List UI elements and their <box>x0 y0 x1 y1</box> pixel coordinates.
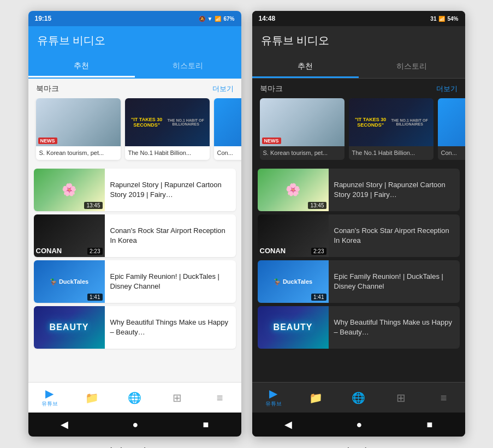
dark-status-icons: 31 📶 54% <box>430 16 458 22</box>
light-tabs: 추천 히스토리 <box>28 55 241 79</box>
light-duration-1: 2:23 <box>87 248 102 255</box>
light-bottom-nav: ▶ 유튜브 📁 🌐 ⊞ ≡ <box>28 382 241 413</box>
signal-icon: 📶 <box>215 16 221 22</box>
light-nav-grid[interactable]: ⊞ <box>156 392 199 403</box>
dark-video-thumb-2: 🦆 DuckTales 1:41 <box>258 260 329 303</box>
dark-video-item-1[interactable]: CONAN 2:23 Conan's Rock Star Airport Rec… <box>258 214 460 257</box>
dark-video-item-2[interactable]: 🦆 DuckTales 1:41 Epic Family Reunion! | … <box>258 260 460 303</box>
dark-bookmark-item-0[interactable]: NEWS S. Korean tourism, pet... <box>260 98 344 160</box>
light-app-bar: 유튜브 비디오 <box>28 26 241 55</box>
silent-icon: 🔕 <box>199 16 205 22</box>
dark-nav-grid[interactable]: ⊞ <box>380 392 423 403</box>
dark-back-button[interactable]: ◀ <box>284 419 292 431</box>
light-more-button[interactable]: 더보기 <box>212 84 234 94</box>
dark-bookmark-item-2[interactable]: CO Con... <box>438 98 465 160</box>
youtube-icon: ▶ <box>45 388 54 399</box>
wifi-icon: ▼ <box>207 16 213 22</box>
light-video-list: 🌸 13:45 Rapunzel Story | Rapunzel Cartoo… <box>28 166 241 354</box>
menu-icon: ≡ <box>217 392 223 403</box>
light-bookmark-title-0: S. Korean tourism, pet... <box>36 146 121 160</box>
light-bookmark-title-2: Con... <box>214 146 241 160</box>
light-bookmark-label: 북마크 <box>36 84 59 94</box>
light-nav-youtube[interactable]: ▶ 유튜브 <box>28 388 71 408</box>
back-button[interactable]: ◀ <box>61 419 68 431</box>
light-nav-youtube-label: 유튜브 <box>41 400 58 408</box>
light-video-info-0: Rapunzel Story | Rapunzel Cartoon Story … <box>105 177 236 203</box>
dark-bookmark-header: 북마크 더보기 <box>252 79 465 98</box>
dark-bottom-nav: ▶ 유튜브 📁 🌐 ⊞ ≡ <box>252 382 465 413</box>
dark-nav-folder[interactable]: 📁 <box>295 392 337 403</box>
dark-bookmark-title-2: Con... <box>438 146 465 160</box>
light-bookmark-list: NEWS S. Korean tourism, pet... "IT TAKES… <box>28 98 241 166</box>
dark-bookmark-thumb-0: NEWS <box>260 98 344 146</box>
home-button[interactable]: ● <box>133 419 139 431</box>
dark-video-item-0[interactable]: 🌸 13:45 Rapunzel Story | Rapunzel Cartoo… <box>258 169 460 211</box>
dark-nav-globe[interactable]: 🌐 <box>337 392 380 403</box>
dark-android-nav: ◀ ● ■ <box>252 413 465 437</box>
light-video-thumb-0: 🌸 13:45 <box>34 169 105 211</box>
dark-tab-recommend[interactable]: 추천 <box>252 55 359 78</box>
light-video-item-1[interactable]: CONAN 2:23 Conan's Rock Star Airport Rec… <box>34 214 236 257</box>
light-nav-globe[interactable]: 🌐 <box>114 392 156 403</box>
light-video-item-2[interactable]: 🦆 DuckTales 1:41 Epic Family Reunion! | … <box>34 260 236 303</box>
dark-bookmark-thumb-2: CO <box>438 98 465 146</box>
dark-nav-youtube[interactable]: ▶ 유튜브 <box>252 388 295 408</box>
battery-text: 67% <box>223 16 234 22</box>
dark-video-thumb-1: CONAN 2:23 <box>258 214 329 257</box>
dark-bookmark-title-0: S. Korean tourism, pet... <box>260 146 344 160</box>
light-bookmark-thumb-1: "IT TAKES 30 SECONDS"THE NO.1 HABIT OF B… <box>125 98 210 146</box>
light-phone: 19:15 🔕 ▼ 📶 67% 유튜브 비디오 추천 히스토리 북마크 더보기 <box>28 11 241 437</box>
dark-more-button[interactable]: 더보기 <box>436 84 458 94</box>
dark-duration-0: 13:45 <box>308 202 326 209</box>
dark-video-list: 🌸 13:45 Rapunzel Story | Rapunzel Cartoo… <box>252 166 465 354</box>
light-duration-2: 1:41 <box>87 294 102 301</box>
dark-duration-1: 2:23 <box>311 248 326 255</box>
news-badge: NEWS <box>38 138 57 144</box>
dark-bookmark-item-1[interactable]: "IT TAKES 30 SECONDS"THE NO.1 HABIT OF B… <box>349 98 433 160</box>
light-video-info-3: Why Beautiful Things Make us Happy – Bea… <box>105 314 236 341</box>
dark-time: 14:48 <box>259 15 276 22</box>
dark-app-bar: 유튜브 비디오 <box>252 26 465 55</box>
dark-beauty-title-text: BEAUTY <box>274 322 313 332</box>
dark-video-info-1: Conan's Rock Star Airport Reception In K… <box>329 223 460 249</box>
dark-video-info-0: Rapunzel Story | Rapunzel Cartoon Story … <box>329 177 460 203</box>
light-nav-folder[interactable]: 📁 <box>71 392 114 403</box>
folder-icon: 📁 <box>85 392 99 403</box>
dark-nav-youtube-label: 유튜브 <box>265 400 282 408</box>
dark-app-title: 유튜브 비디오 <box>261 33 330 48</box>
dark-theme-wrapper: 14:48 31 📶 54% 유튜브 비디오 추천 히스토리 북마크 더보기 <box>252 11 465 448</box>
dark-signal-icon: 📶 <box>438 16 445 22</box>
light-video-item-3[interactable]: BEAUTY Why Beautiful Things Make us Happ… <box>34 306 236 349</box>
light-habit-thumb: "IT TAKES 30 SECONDS"THE NO.1 HABIT OF B… <box>125 98 210 146</box>
dark-nav-menu[interactable]: ≡ <box>423 392 465 403</box>
recents-button[interactable]: ■ <box>203 419 209 431</box>
light-status-bar: 19:15 🔕 ▼ 📶 67% <box>28 11 241 26</box>
dark-bookmark-thumb-1: "IT TAKES 30 SECONDS"THE NO.1 HABIT OF B… <box>349 98 433 146</box>
dark-news-badge: NEWS <box>262 138 281 144</box>
light-bookmark-item-0[interactable]: NEWS S. Korean tourism, pet... <box>36 98 121 160</box>
dark-globe-icon: 🌐 <box>352 392 365 403</box>
dark-recents-button[interactable]: ■ <box>427 419 433 431</box>
dark-bookmark-title-1: The No.1 Habit Billion... <box>349 146 433 160</box>
light-video-thumb-3: BEAUTY <box>34 306 105 349</box>
dark-silent-icon: 31 <box>430 16 436 22</box>
dark-video-item-3[interactable]: BEAUTY Why Beautiful Things Make us Happ… <box>258 306 460 349</box>
light-tab-recommend[interactable]: 추천 <box>28 55 135 77</box>
dark-folder-icon: 📁 <box>309 392 323 403</box>
dark-phone: 14:48 31 📶 54% 유튜브 비디오 추천 히스토리 북마크 더보기 <box>252 11 465 437</box>
dark-video-thumb-0: 🌸 13:45 <box>258 169 329 211</box>
light-video-thumb-2: 🦆 DuckTales 1:41 <box>34 260 105 303</box>
dark-tab-history[interactable]: 히스토리 <box>359 55 465 78</box>
dark-menu-icon: ≡ <box>441 392 447 403</box>
light-bookmark-item-2[interactable]: CO Con... <box>214 98 241 160</box>
light-bookmark-thumb-2: CO <box>214 98 241 146</box>
light-bookmark-item-1[interactable]: "IT TAKES 30 SECONDS"THE NO.1 HABIT OF B… <box>125 98 210 160</box>
light-video-item-0[interactable]: 🌸 13:45 Rapunzel Story | Rapunzel Cartoo… <box>34 169 236 211</box>
light-bookmark-thumb-0: NEWS <box>36 98 121 146</box>
light-time: 19:15 <box>35 15 52 22</box>
light-duration-0: 13:45 <box>84 202 102 209</box>
light-nav-menu[interactable]: ≡ <box>199 392 241 403</box>
dark-bookmark-list: NEWS S. Korean tourism, pet... "IT TAKES… <box>252 98 465 166</box>
dark-home-button[interactable]: ● <box>357 419 363 431</box>
light-tab-history[interactable]: 히스토리 <box>135 55 241 77</box>
